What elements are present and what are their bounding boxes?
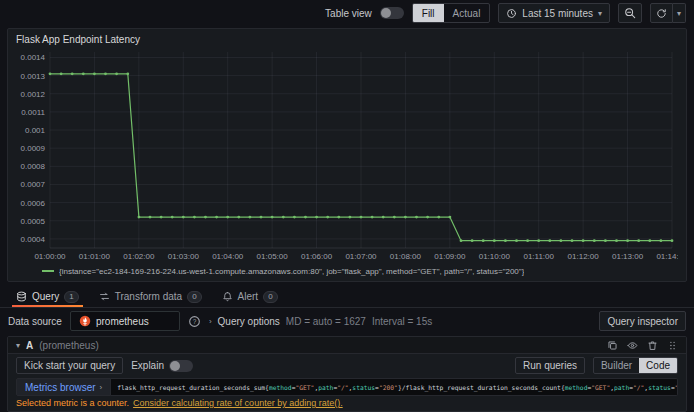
svg-text:01:08:00: 01:08:00 <box>390 252 422 261</box>
svg-text:01:03:00: 01:03:00 <box>168 252 200 261</box>
svg-text:01:14:00: 01:14:00 <box>656 252 678 261</box>
query-options-toggle[interactable]: › Query options MD = auto = 1627 Interva… <box>209 316 432 327</box>
refresh-interval-dropdown[interactable]: ▾ <box>673 3 686 23</box>
tab-query[interactable]: Query 1 <box>8 286 87 307</box>
bell-icon <box>222 291 233 302</box>
explain-label: Explain <box>131 360 164 371</box>
svg-text:01:06:00: 01:06:00 <box>301 252 333 261</box>
prometheus-icon <box>79 315 91 327</box>
remove-query-trash-icon[interactable] <box>647 340 658 351</box>
query-field-row: Metrics browser › flask_http_request_dur… <box>8 376 686 397</box>
promql-code-editor[interactable]: flask_http_request_duration_seconds_sum{… <box>111 378 678 396</box>
table-view-toggle[interactable] <box>380 7 404 19</box>
svg-text:0.0008: 0.0008 <box>21 162 46 171</box>
svg-text:01:07:00: 01:07:00 <box>345 252 377 261</box>
series-color-swatch <box>42 270 54 272</box>
legend: {instance="ec2-184-169-216-224.us-west-1… <box>16 265 678 277</box>
query-inspector-button[interactable]: Query inspector <box>599 311 686 331</box>
svg-text:0.0013: 0.0013 <box>21 72 46 81</box>
svg-text:01:11:00: 01:11:00 <box>523 252 554 261</box>
kick-start-query-button[interactable]: Kick start your query <box>16 357 123 374</box>
svg-text:01:00:00: 01:00:00 <box>34 252 66 261</box>
drag-handle-icon[interactable] <box>667 340 678 351</box>
svg-text:01:09:00: 01:09:00 <box>434 252 466 261</box>
editor-tabs: Query 1 Transform data 0 Alert 0 <box>0 286 694 308</box>
alert-count-badge: 0 <box>263 291 277 303</box>
metrics-browser-button[interactable]: Metrics browser › <box>16 378 111 396</box>
tab-alert[interactable]: Alert 0 <box>214 286 286 307</box>
timeseries-panel: Flask App Endpoint Latency 0.00140.00130… <box>7 28 687 282</box>
chevron-right-icon: › <box>100 383 103 392</box>
tab-label: Alert <box>238 291 259 302</box>
counter-warning: Selected metric is a counter. Consider c… <box>8 397 686 409</box>
query-options-interval: Interval = 15s <box>372 316 432 327</box>
svg-text:01:13:00: 01:13:00 <box>612 252 644 261</box>
svg-text:0.0014: 0.0014 <box>21 53 46 62</box>
time-range-picker[interactable]: Last 15 minutes ▾ <box>498 3 610 23</box>
query-ref-datasource: (prometheus) <box>39 340 98 351</box>
grafana-panel-editor: Table view Fill Actual Last 15 minutes ▾… <box>0 0 694 412</box>
refresh-button[interactable] <box>650 3 673 23</box>
editor-toolbar: Table view Fill Actual Last 15 minutes ▾… <box>0 0 694 26</box>
transform-icon <box>99 291 110 302</box>
query-config-bar: Data source prometheus ? › Query options… <box>0 308 694 334</box>
tab-transform-data[interactable]: Transform data 0 <box>91 286 210 307</box>
builder-code-group: Builder Code <box>593 357 678 374</box>
chevron-down-icon: ▾ <box>598 9 602 18</box>
add-rate-link[interactable]: Consider calculating rate of counter by … <box>133 398 343 408</box>
panel-title[interactable]: Flask App Endpoint Latency <box>16 34 678 48</box>
query-row-card: ▾ A (prometheus) Kick start your query E… <box>7 336 687 412</box>
svg-text:0.0009: 0.0009 <box>21 144 46 153</box>
duplicate-query-icon[interactable] <box>607 340 618 351</box>
metrics-browser-label: Metrics browser <box>25 382 96 393</box>
clock-icon <box>506 8 517 19</box>
query-row-actions <box>607 340 678 351</box>
svg-text:0.001: 0.001 <box>25 126 46 135</box>
help-icon[interactable]: ? <box>188 315 201 328</box>
query-ref-id: A <box>26 340 33 351</box>
zoom-out-button[interactable] <box>618 3 642 23</box>
refresh-split-button: ▾ <box>650 3 686 23</box>
hide-query-eye-icon[interactable] <box>627 340 638 351</box>
code-button[interactable]: Code <box>639 358 677 373</box>
builder-button[interactable]: Builder <box>594 358 639 373</box>
svg-text:01:01:00: 01:01:00 <box>79 252 111 261</box>
svg-text:01:05:00: 01:05:00 <box>257 252 289 261</box>
svg-text:01:04:00: 01:04:00 <box>212 252 244 261</box>
toggle-knob <box>381 8 391 18</box>
svg-text:0.0004: 0.0004 <box>21 235 46 244</box>
explain-toggle[interactable] <box>169 360 193 372</box>
fill-actual-group: Fill Actual <box>412 3 491 23</box>
chevron-down-icon[interactable]: ▾ <box>16 341 20 350</box>
svg-text:0.0011: 0.0011 <box>21 108 45 117</box>
chevron-down-icon: ▾ <box>677 9 681 18</box>
series-legend-label[interactable]: {instance="ec2-184-169-216-224.us-west-1… <box>59 267 524 276</box>
svg-text:0.0012: 0.0012 <box>21 90 46 99</box>
explain-control: Explain <box>131 360 193 372</box>
tab-label: Transform data <box>115 291 182 302</box>
query-count-badge: 1 <box>64 291 78 303</box>
query-options-md: MD = auto = 1627 <box>286 316 366 327</box>
data-source-label: Data source <box>8 316 62 327</box>
time-range-label: Last 15 minutes <box>522 8 593 19</box>
svg-text:?: ? <box>193 317 197 324</box>
svg-text:0.0005: 0.0005 <box>21 217 46 226</box>
actual-button[interactable]: Actual <box>444 4 490 22</box>
transform-count-badge: 0 <box>187 291 201 303</box>
query-options-label: Query options <box>218 316 280 327</box>
panel-preview-area: Flask App Endpoint Latency 0.00140.00130… <box>0 26 694 286</box>
chevron-right-icon: › <box>209 317 212 326</box>
chart-canvas[interactable]: 0.00140.00130.00120.00110.0010.00090.000… <box>16 48 678 263</box>
query-row-header[interactable]: ▾ A (prometheus) <box>8 337 686 354</box>
fill-button[interactable]: Fill <box>413 4 444 22</box>
table-view-label: Table view <box>325 8 372 19</box>
query-toolbar-right: Run queries Builder Code <box>515 357 678 374</box>
svg-text:0.0007: 0.0007 <box>21 180 46 189</box>
query-toolbar: Kick start your query Explain Run querie… <box>8 354 686 376</box>
data-source-picker[interactable]: prometheus <box>70 311 180 331</box>
svg-text:01:02:00: 01:02:00 <box>123 252 155 261</box>
run-queries-button[interactable]: Run queries <box>515 357 585 374</box>
svg-text:01:12:00: 01:12:00 <box>568 252 600 261</box>
toggle-knob <box>170 361 180 371</box>
database-icon <box>16 291 27 302</box>
